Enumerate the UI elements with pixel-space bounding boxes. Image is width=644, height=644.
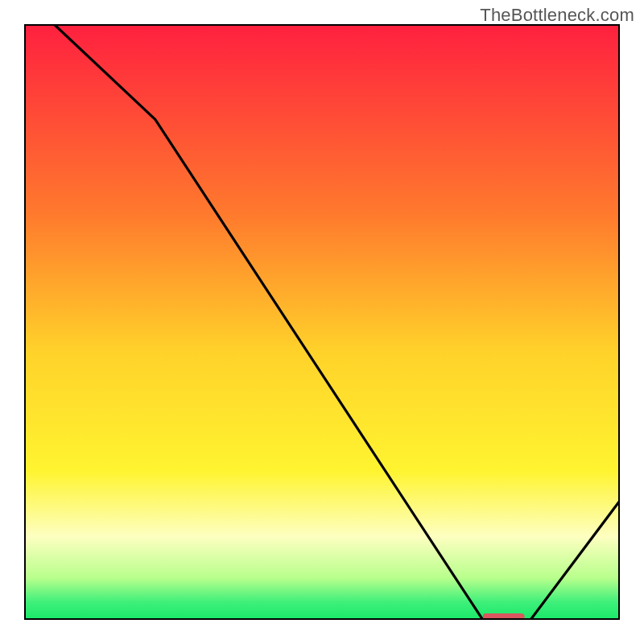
chart-background [24,24,620,620]
chart-svg [24,24,620,620]
watermark-text: TheBottleneck.com [480,5,634,26]
chart-plot [24,24,620,620]
